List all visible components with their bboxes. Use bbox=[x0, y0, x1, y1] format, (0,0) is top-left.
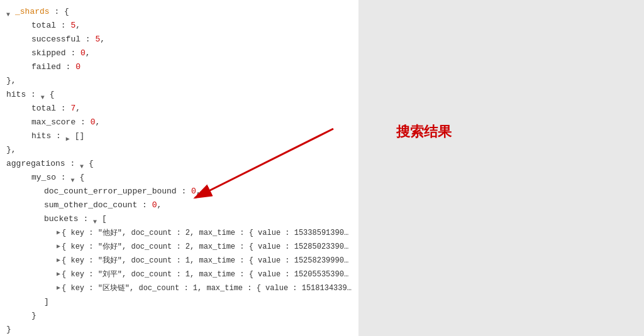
hits-collapse[interactable]: ▼ bbox=[41, 91, 48, 99]
buckets-collapse[interactable]: ▼ bbox=[93, 215, 101, 223]
bucket3-expand[interactable]: ▶ bbox=[57, 254, 60, 268]
doc-count-error-line: doc_count_error_upper_bound : 0 , bbox=[6, 185, 352, 198]
failed-val: 0 bbox=[75, 60, 80, 74]
skipped-val: 0 bbox=[80, 46, 86, 60]
buckets-close: ] bbox=[6, 295, 352, 309]
sum-other-key: sum_other_doc_count bbox=[44, 198, 137, 212]
search-result-label: 搜索结果 bbox=[396, 122, 452, 141]
doc-count-error-key: doc_count_error_upper_bound bbox=[44, 185, 177, 198]
total-line: total : 5 , bbox=[6, 19, 352, 33]
failed-line: failed : 0 bbox=[6, 60, 352, 74]
hits-total-line: total : 7 , bbox=[6, 102, 352, 116]
successful-val: 5 bbox=[95, 33, 100, 46]
search-result-text: 搜索结果 bbox=[396, 124, 452, 139]
code-area: ▼ _shards : { total : 5 , successful : 5… bbox=[0, 5, 358, 336]
aggregations-close: } bbox=[6, 323, 352, 336]
hits-hits-line: hits : ▶ [] bbox=[6, 129, 352, 143]
total-key: total bbox=[31, 19, 56, 33]
my-so-collapse[interactable]: ▼ bbox=[70, 174, 78, 182]
sum-other-val: 0 bbox=[152, 198, 157, 212]
hits-line: hits : ▼ { bbox=[6, 88, 352, 102]
my-so-line: my_so : ▼ { bbox=[6, 171, 352, 185]
sum-other-line: sum_other_doc_count : 0 , bbox=[6, 198, 352, 212]
failed-key: failed bbox=[31, 60, 61, 74]
doc-count-error-val: 0 bbox=[191, 185, 196, 198]
shards-close: }, bbox=[6, 74, 352, 88]
bucket5-expand[interactable]: ▶ bbox=[57, 281, 60, 295]
bucket4-expand[interactable]: ▶ bbox=[57, 268, 60, 281]
hits-key: hits bbox=[6, 88, 26, 102]
shards-key: _shards bbox=[15, 5, 50, 19]
hits-maxscore-key: max_score bbox=[31, 116, 75, 129]
aggregations-key: aggregations bbox=[6, 157, 65, 171]
main-container: ▼ _shards : { total : 5 , successful : 5… bbox=[0, 0, 644, 336]
right-panel: 搜索结果 bbox=[358, 0, 644, 336]
bucket-row-1: ▶ { key : "他好", doc_count : 2, max_time … bbox=[6, 226, 352, 240]
hits-total-key: total bbox=[31, 102, 56, 116]
bucket5-content: { key : "区块链", doc_count : 1, max_time :… bbox=[62, 281, 352, 295]
left-panel: ▼ _shards : { total : 5 , successful : 5… bbox=[0, 0, 358, 336]
successful-line: successful : 5 , bbox=[6, 33, 352, 46]
hits-total-val: 7 bbox=[70, 102, 75, 116]
bucket1-content: { key : "他好", doc_count : 2, max_time : … bbox=[62, 226, 352, 240]
bucket1-expand[interactable]: ▶ bbox=[57, 226, 60, 240]
bucket2-content: { key : "你好", doc_count : 2, max_time : … bbox=[62, 240, 352, 254]
bucket-row-4: ▶ { key : "刘平", doc_count : 1, max_time … bbox=[6, 268, 352, 281]
hits-close: }, bbox=[6, 143, 352, 157]
aggregations-line: aggregations : ▼ { bbox=[6, 157, 352, 171]
successful-key: successful bbox=[31, 33, 80, 46]
total-val: 5 bbox=[70, 19, 75, 33]
bucket4-content: { key : "刘平", doc_count : 1, max_time : … bbox=[62, 268, 352, 281]
hits-hits-key: hits bbox=[31, 129, 51, 143]
shards-collapse[interactable]: ▼ bbox=[6, 8, 14, 16]
skipped-key: skipped bbox=[31, 46, 66, 60]
hits-maxscore-val: 0 bbox=[91, 116, 96, 129]
hits-maxscore-line: max_score : 0 , bbox=[6, 116, 352, 129]
aggregations-collapse[interactable]: ▼ bbox=[80, 160, 87, 168]
buckets-key: buckets bbox=[44, 212, 79, 226]
skipped-line: skipped : 0 , bbox=[6, 46, 352, 60]
shards-line: ▼ _shards : { bbox=[6, 5, 352, 19]
hits-hits-collapse[interactable]: ▶ bbox=[66, 133, 74, 140]
bucket-row-3: ▶ { key : "我好", doc_count : 1, max_time … bbox=[6, 254, 352, 268]
myso-close: } bbox=[6, 309, 352, 323]
bucket2-expand[interactable]: ▶ bbox=[57, 240, 60, 254]
bucket-row-5: ▶ { key : "区块链", doc_count : 1, max_time… bbox=[6, 281, 352, 295]
bucket-row-2: ▶ { key : "你好", doc_count : 2, max_time … bbox=[6, 240, 352, 254]
my-so-key: my_so bbox=[31, 171, 56, 185]
buckets-line: buckets : ▼ [ bbox=[6, 212, 352, 226]
bucket3-content: { key : "我好", doc_count : 1, max_time : … bbox=[62, 254, 352, 268]
